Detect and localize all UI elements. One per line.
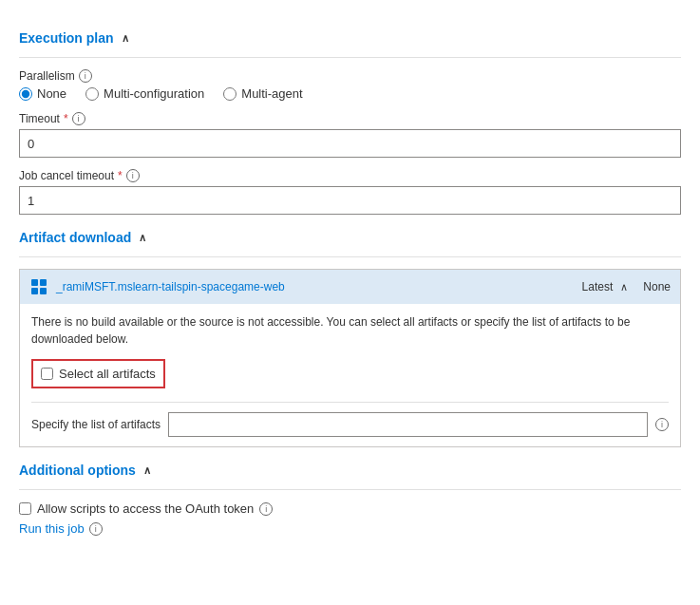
parallelism-label: Parallelism i <box>19 69 681 83</box>
parallelism-options: None Multi-configuration Multi-agent <box>19 86 681 101</box>
parallelism-multiconfig-radio[interactable] <box>85 87 99 101</box>
job-cancel-info-icon[interactable]: i <box>126 169 140 182</box>
allow-scripts-info-icon[interactable]: i <box>259 502 273 516</box>
allow-scripts-checkbox[interactable] <box>19 502 31 515</box>
additional-options-divider <box>19 489 681 490</box>
artifact-version: Latest <box>582 280 614 293</box>
job-cancel-timeout-label: Job cancel timeout * i <box>19 169 681 182</box>
allow-scripts-row[interactable]: Allow scripts to access the OAuth token … <box>19 501 681 516</box>
parallelism-multiconfig-option[interactable]: Multi-configuration <box>85 86 204 101</box>
parallelism-multiagent-label: Multi-agent <box>241 86 302 101</box>
execution-plan-header: Execution plan ∧ <box>19 30 681 46</box>
timeout-label: Timeout * i <box>19 112 681 125</box>
specify-info-icon[interactable]: i <box>655 418 669 431</box>
artifact-download-chevron-icon: ∧ <box>139 232 146 244</box>
additional-options-chevron-icon: ∧ <box>143 464 151 477</box>
timeout-input[interactable] <box>19 129 681 158</box>
specify-artifacts-row: Specify the list of artifacts i <box>31 402 669 437</box>
artifact-header-row: _ramiMSFT.mslearn-tailspin-spacegame-web… <box>20 270 680 304</box>
timeout-info-icon[interactable]: i <box>72 112 85 125</box>
artifact-box: _ramiMSFT.mslearn-tailspin-spacegame-web… <box>19 269 681 447</box>
job-cancel-required-star: * <box>118 169 123 182</box>
parallelism-none-label: None <box>37 86 66 101</box>
specify-artifacts-input[interactable] <box>168 412 648 437</box>
parallelism-none-radio[interactable] <box>19 87 32 101</box>
svg-rect-0 <box>31 279 38 286</box>
artifact-download-header: Artifact download ∧ <box>19 230 681 245</box>
additional-options-section: Additional options ∧ Allow scripts to ac… <box>19 463 681 536</box>
artifact-none-label: None <box>643 280 671 293</box>
artifact-download-section: Artifact download ∧ _ramiMSFT.mslearn-ta… <box>19 230 681 447</box>
svg-rect-1 <box>40 279 47 286</box>
timeout-required-star: * <box>64 112 68 125</box>
additional-options-header: Additional options ∧ <box>19 463 681 478</box>
timeout-field: Timeout * i <box>19 112 681 158</box>
specify-label: Specify the list of artifacts <box>31 418 161 431</box>
parallelism-info-icon[interactable]: i <box>79 69 92 83</box>
svg-rect-2 <box>31 288 38 294</box>
job-cancel-timeout-input[interactable] <box>19 186 681 215</box>
allow-scripts-label: Allow scripts to access the OAuth token <box>37 501 254 516</box>
parallelism-multiagent-radio[interactable] <box>223 87 236 101</box>
execution-plan-divider <box>19 57 681 58</box>
run-job-row: Run this job i <box>19 521 681 536</box>
select-all-label: Select all artifacts <box>59 367 156 381</box>
parallelism-multiconfig-label: Multi-configuration <box>104 86 204 101</box>
execution-plan-section: Execution plan ∧ Parallelism i None Mult… <box>19 30 681 215</box>
parallelism-multiagent-option[interactable]: Multi-agent <box>223 86 302 101</box>
parallelism-field: Parallelism i None Multi-configuration M… <box>19 69 681 101</box>
execution-plan-chevron-icon: ∧ <box>122 32 129 45</box>
select-all-checkbox[interactable] <box>41 368 53 380</box>
svg-rect-3 <box>40 288 47 294</box>
artifact-download-title: Artifact download <box>19 230 131 245</box>
artifact-message: There is no build available or the sourc… <box>31 313 669 348</box>
run-job-label: Run this job <box>19 521 85 536</box>
artifact-download-divider <box>19 256 681 257</box>
artifact-body: There is no build available or the sourc… <box>20 304 680 446</box>
artifact-link[interactable]: _ramiMSFT.mslearn-tailspin-spacegame-web <box>56 280 567 293</box>
additional-options-title: Additional options <box>19 463 136 478</box>
execution-plan-title: Execution plan <box>19 30 114 46</box>
parallelism-none-option[interactable]: None <box>19 86 66 101</box>
artifact-version-chevron-icon: ∧ <box>620 281 628 293</box>
select-all-artifacts-row[interactable]: Select all artifacts <box>31 359 165 388</box>
job-cancel-timeout-field: Job cancel timeout * i <box>19 169 681 215</box>
artifact-build-icon <box>29 277 48 296</box>
run-job-info-icon[interactable]: i <box>89 522 103 536</box>
